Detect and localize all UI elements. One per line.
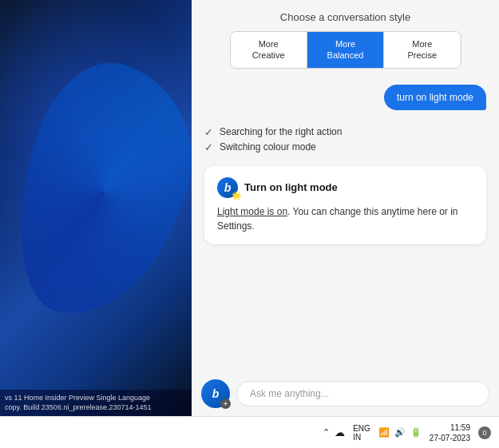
chat-input-area: b Ask me anything... xyxy=(192,371,499,416)
taskbar: ENG IN 11:59 27-07-2023 0 xyxy=(0,416,499,448)
check-text-2: Switching colour mode xyxy=(220,141,316,153)
check-icon-1: ✓ xyxy=(204,126,213,138)
header-title: Choose a conversation style xyxy=(204,11,486,23)
os-text-line2: copy. Build 23506.ni_prerelease.230714-1… xyxy=(5,402,187,413)
response-card-header: b Turn on light mode xyxy=(217,177,473,198)
taskbar-clock[interactable]: 11:59 27-07-2023 xyxy=(430,422,470,443)
clock-date: 27-07-2023 xyxy=(430,433,470,443)
bing-b-icon: b xyxy=(212,387,220,400)
balanced-line1: More xyxy=(312,38,378,50)
chat-body: turn on light mode ✓ Searching for the r… xyxy=(192,75,499,371)
lang-line2: IN xyxy=(353,433,370,442)
taskbar-lang: ENG IN xyxy=(353,424,370,442)
clock-time: 11:59 xyxy=(430,422,470,433)
style-btn-creative[interactable]: More Creative xyxy=(231,32,307,68)
response-link: Light mode is on xyxy=(217,206,287,217)
battery-icon xyxy=(410,427,422,438)
chevron-up-icon[interactable] xyxy=(323,427,330,438)
response-title: Turn on light mode xyxy=(244,181,338,193)
checklist: ✓ Searching for the right action ✓ Switc… xyxy=(204,126,486,153)
check-text-1: Searching for the right action xyxy=(220,126,342,137)
lang-line1: ENG xyxy=(353,424,370,433)
left-panel: vs 11 Home Insider Preview Single Langua… xyxy=(0,0,192,416)
main-area: vs 11 Home Insider Preview Single Langua… xyxy=(0,0,499,416)
user-message-area: turn on light mode xyxy=(204,85,486,110)
response-text: Light mode is on. You can change this an… xyxy=(217,204,473,233)
balanced-line2: Balanced xyxy=(312,50,378,61)
style-buttons: More Creative More Balanced More Precise xyxy=(230,31,461,69)
precise-line2: Precise xyxy=(389,50,455,61)
check-item-1: ✓ Searching for the right action xyxy=(204,126,486,138)
cloud-icon xyxy=(335,426,345,438)
response-card: b Turn on light mode Light mode is on. Y… xyxy=(204,166,486,244)
user-bubble: turn on light mode xyxy=(384,85,486,110)
right-panel: Choose a conversation style More Creativ… xyxy=(192,0,499,416)
sound-icon xyxy=(394,427,406,438)
precise-line1: More xyxy=(389,38,455,50)
os-info: vs 11 Home Insider Preview Single Langua… xyxy=(0,390,192,416)
os-text-line1: vs 11 Home Insider Preview Single Langua… xyxy=(5,393,187,403)
chat-input[interactable]: Ask me anything... xyxy=(236,381,489,406)
style-btn-precise[interactable]: More Precise xyxy=(384,32,460,68)
chat-header: Choose a conversation style More Creativ… xyxy=(192,0,499,75)
taskbar-right: ENG IN 11:59 27-07-2023 0 xyxy=(323,422,491,443)
taskbar-media-icons xyxy=(378,427,422,438)
bing-logo: b xyxy=(224,181,232,194)
wifi-icon xyxy=(378,427,390,438)
bing-input-icon[interactable]: b xyxy=(201,379,230,408)
style-btn-balanced[interactable]: More Balanced xyxy=(307,32,384,68)
notification-badge[interactable]: 0 xyxy=(478,426,491,439)
creative-line1: More xyxy=(236,38,302,50)
check-item-2: ✓ Switching colour mode xyxy=(204,141,486,153)
bing-avatar: b xyxy=(217,177,238,198)
creative-line2: Creative xyxy=(236,50,302,61)
check-icon-2: ✓ xyxy=(204,141,213,153)
taskbar-system-icons xyxy=(323,426,345,438)
